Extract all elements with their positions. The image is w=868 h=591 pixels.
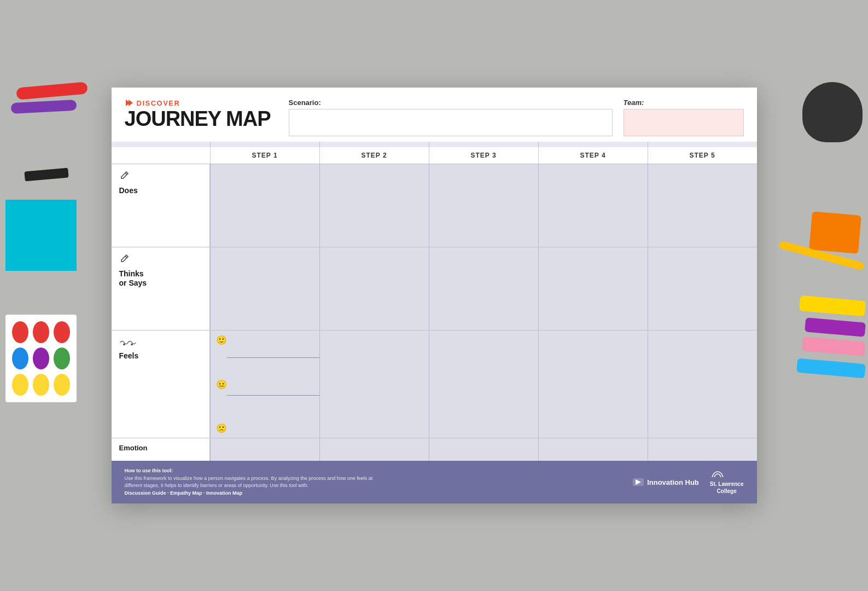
team-input[interactable] bbox=[624, 109, 744, 136]
marker-purple bbox=[11, 100, 77, 114]
thinks-cell-1[interactable] bbox=[210, 247, 319, 330]
does-row: Does bbox=[112, 164, 757, 247]
logo-innovation-text: Innovation Hub bbox=[647, 478, 699, 486]
does-cell-4[interactable] bbox=[538, 164, 648, 247]
emotion-cell-4[interactable] bbox=[538, 438, 648, 461]
emotion-cell-2[interactable] bbox=[319, 438, 429, 461]
svg-point-4 bbox=[123, 344, 125, 346]
thinks-row-label: Thinks or Says bbox=[112, 247, 210, 330]
highlighter-pink bbox=[802, 337, 866, 356]
feels-cell-1[interactable]: 🙂 😐 🙁 bbox=[210, 331, 319, 438]
highlighter-blue bbox=[796, 358, 866, 379]
emotion-cell-5[interactable] bbox=[648, 438, 757, 461]
step-5-header: STEP 5 bbox=[648, 147, 757, 164]
pencil bbox=[778, 241, 865, 271]
discover-text: DISCOVER bbox=[137, 99, 180, 107]
emotion-cell-3[interactable] bbox=[429, 438, 538, 461]
thinks-row: Thinks or Says bbox=[112, 247, 757, 330]
thinks-cell-4[interactable] bbox=[538, 247, 648, 330]
thinks-cell-3[interactable] bbox=[429, 247, 538, 330]
innovation-hub-logo: Innovation Hub bbox=[633, 478, 699, 486]
title-block: DISCOVER JOURNEY MAP bbox=[125, 99, 278, 129]
feels-row: Feels 🙂 😐 🙁 bbox=[112, 330, 757, 438]
marker-red bbox=[16, 82, 88, 100]
how-to-body: Use this framework to visualize how a pe… bbox=[125, 476, 373, 489]
sticker-sheet bbox=[5, 315, 77, 402]
document-header: DISCOVER JOURNEY MAP Scenario: Team: bbox=[112, 88, 757, 142]
does-label-text: Does bbox=[119, 186, 202, 195]
wave-icon bbox=[119, 337, 137, 348]
pencil-icon-thinks bbox=[119, 254, 202, 266]
slc-text: St. LawrenceCollege bbox=[710, 481, 744, 494]
svg-line-2 bbox=[125, 173, 127, 175]
step-2-header: STEP 2 bbox=[319, 147, 429, 164]
thinks-cell-5[interactable] bbox=[648, 247, 757, 330]
pencil-icon-does bbox=[119, 171, 202, 183]
page-title: JOURNEY MAP bbox=[125, 108, 278, 129]
highlighter-yellow bbox=[799, 296, 866, 316]
team-label: Team: bbox=[624, 99, 744, 107]
binder-clip bbox=[24, 168, 68, 182]
does-cell-2[interactable] bbox=[319, 164, 429, 247]
chevron-right-icon bbox=[125, 99, 133, 107]
svg-marker-1 bbox=[129, 100, 133, 106]
footer-instructions: How to use this tool: Use this framework… bbox=[125, 467, 387, 497]
steps-strip bbox=[112, 142, 757, 147]
thinks-label-text: Thinks or Says bbox=[119, 269, 202, 288]
svg-point-5 bbox=[131, 344, 133, 346]
feels-label-text: Feels bbox=[119, 351, 202, 361]
emoji-happy: 🙂 bbox=[216, 335, 227, 345]
emotion-label: Emotion bbox=[112, 438, 210, 461]
highlighter-purple bbox=[805, 317, 866, 337]
scenario-block: Scenario: bbox=[289, 99, 613, 136]
steps-row: STEP 1 STEP 2 STEP 3 STEP 4 STEP 5 bbox=[112, 147, 757, 164]
emoji-neutral: 😐 bbox=[216, 379, 227, 389]
slc-logo: St. LawrenceCollege bbox=[710, 470, 744, 495]
plant-pot bbox=[802, 82, 863, 142]
pencil-sharpener bbox=[809, 211, 861, 254]
step-3-header: STEP 3 bbox=[429, 147, 538, 164]
thinks-cell-2[interactable] bbox=[319, 247, 429, 330]
does-cell-3[interactable] bbox=[429, 164, 538, 247]
emotion-row: Emotion bbox=[112, 438, 757, 461]
emoji-sad: 🙁 bbox=[216, 423, 227, 433]
step-4-header: STEP 4 bbox=[538, 147, 648, 164]
grid-body: Does Thinks or Says bbox=[112, 164, 757, 461]
feels-cell-4[interactable] bbox=[538, 331, 648, 438]
svg-line-3 bbox=[125, 256, 127, 258]
feels-row-label: Feels bbox=[112, 331, 210, 438]
feels-cell-3[interactable] bbox=[429, 331, 538, 438]
does-row-label: Does bbox=[112, 164, 210, 247]
team-block: Team: bbox=[624, 99, 744, 136]
footer-links: Discussion Guide · Empathy Map · Innovat… bbox=[125, 490, 243, 496]
step-1-header: STEP 1 bbox=[210, 147, 319, 164]
scenario-input[interactable] bbox=[289, 109, 613, 136]
does-cell-5[interactable] bbox=[648, 164, 757, 247]
feels-cell-2[interactable] bbox=[319, 331, 429, 438]
footer-logos: Innovation Hub St. LawrenceCollege bbox=[633, 470, 743, 495]
how-to-title: How to use this tool: bbox=[125, 468, 173, 473]
discover-label: DISCOVER bbox=[125, 99, 278, 107]
sticky-note-blue bbox=[5, 200, 77, 271]
feels-cell-5[interactable] bbox=[648, 331, 757, 438]
emotion-cell-1[interactable] bbox=[210, 438, 319, 461]
scenario-label: Scenario: bbox=[289, 99, 613, 107]
does-cell-1[interactable] bbox=[210, 164, 319, 247]
document-footer: How to use this tool: Use this framework… bbox=[112, 461, 757, 503]
journey-map-document: DISCOVER JOURNEY MAP Scenario: Team: STE… bbox=[112, 88, 757, 503]
